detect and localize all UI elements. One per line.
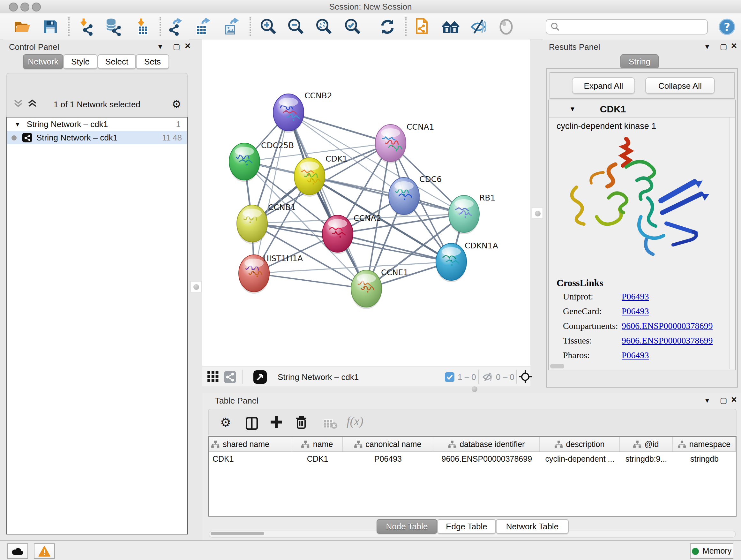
zoom-selected-icon[interactable] [343,18,361,36]
export-network-icon[interactable] [167,18,185,36]
column-header-namespace[interactable]: namespace [673,437,736,451]
network-node-CDC25B[interactable]: CDC25B [229,141,294,182]
refresh-icon[interactable] [379,18,396,36]
control-panel-float-icon[interactable]: ▢ [173,42,180,51]
zoom-fit-icon[interactable] [315,18,333,36]
column-header-description[interactable]: description [540,437,619,451]
control-panel-close-icon[interactable]: ✕ [185,42,191,51]
memory-button[interactable]: Memory [690,543,733,559]
export-table-icon[interactable] [194,18,212,36]
network-node-CCNA2[interactable]: CCNA2 [322,213,381,254]
footer-separator [242,370,243,384]
network-node-RB1[interactable]: RB1 [449,193,495,234]
crosslink-tissues[interactable]: 9606.ENSP00000378699 [622,336,713,351]
column-header-database-identifier[interactable]: database identifier [433,437,540,451]
tab-select[interactable]: Select [98,54,136,69]
table-settings-gear-icon[interactable]: ⚙ [220,415,231,430]
network-canvas[interactable]: CCNB2CCNA1CDC25BCDK1CDC6RB1CCNB1CCNA2HIS… [202,40,530,367]
delete-row-trash-icon[interactable] [295,415,307,430]
node-table[interactable]: shared namenamecanonical namedatabase id… [208,436,737,516]
gene-expander-icon[interactable]: ▼ [569,105,576,112]
hide-selected-icon[interactable] [470,18,488,36]
results-panel-float-icon[interactable]: ▢ [720,42,727,51]
fit-content-crosshair-icon[interactable] [519,370,532,383]
network-collection-row[interactable]: ▼ String Network – cdk1 1 [7,118,187,131]
table-panel-close-icon[interactable]: ✕ [731,395,737,404]
collapse-all-button[interactable]: Collapse All [645,77,715,94]
cloud-status-button[interactable] [7,543,28,559]
warnings-button[interactable] [34,543,55,559]
results-vertical-scrollbar[interactable] [730,118,735,369]
table-panel-float-icon[interactable]: ▢ [720,396,727,405]
zoom-in-icon[interactable] [259,18,277,36]
node-label-CDC6: CDC6 [419,175,442,184]
right-splitter-handle[interactable] [532,207,543,219]
expand-all-button[interactable]: Expand All [572,77,635,94]
hidden-eye-icon[interactable] [482,370,494,383]
crosslink-pharos[interactable]: P06493 [622,351,649,365]
birdseye-view-icon[interactable] [207,370,219,383]
table-panel-menu-icon[interactable]: ▾ [705,396,709,405]
show-all-icon[interactable] [497,18,515,36]
tab-string[interactable]: String [620,54,659,69]
crosslink-compartments[interactable]: 9606.ENSP00000378699 [622,321,713,336]
network-node-CDC6[interactable]: CDC6 [389,175,442,216]
table-row[interactable]: CDK1CDK1P064939606.ENSP00000378699cyclin… [209,452,736,465]
column-header-name[interactable]: name [292,437,343,451]
column-header-shared-name[interactable]: shared name [209,437,292,451]
control-panel-menu-icon[interactable]: ▾ [158,42,162,51]
tab-network[interactable]: Network [23,54,63,69]
export-image-icon[interactable] [222,18,240,36]
network-node-CCNB1[interactable]: CCNB1 [237,203,296,244]
cell-canonical-name[interactable]: P06493 [343,452,433,465]
show-columns-icon[interactable] [246,416,258,431]
column-header-canonical-name[interactable]: canonical name [343,437,433,451]
scrollbar-thumb[interactable] [211,532,264,535]
tab-sets[interactable]: Sets [136,54,169,69]
cell-namespace[interactable]: stringdb [673,452,736,465]
string-network-graph[interactable]: CCNB2CCNA1CDC25BCDK1CDC6RB1CCNB1CCNA2HIS… [202,40,530,367]
network-options-gear-icon[interactable]: ⚙ [172,98,182,111]
save-session-icon[interactable] [42,18,59,36]
network-row[interactable]: String Network – cdk1 11 48 [7,131,187,144]
import-network-icon[interactable] [77,18,95,36]
cell-name[interactable]: CDK1 [292,452,343,465]
collection-expander-icon[interactable]: ▼ [15,121,20,127]
gene-section-header[interactable]: ▼ CDK1 [549,100,735,118]
tab-network-table[interactable]: Network Table [496,519,569,534]
tab-node-table[interactable]: Node Table [377,519,437,534]
results-horizontal-scrollbar[interactable] [550,364,564,368]
crosslink-uniprot[interactable]: P06493 [622,292,649,307]
network-share-icon[interactable] [224,370,236,383]
results-panel-close-icon[interactable]: ✕ [731,42,737,51]
help-icon[interactable]: ? [718,18,736,36]
cell-database-identifier[interactable]: 9606.ENSP00000378699 [433,452,540,465]
zoom-out-icon[interactable] [286,18,305,36]
tab-edge-table[interactable]: Edge Table [437,519,496,534]
cell-shared-name[interactable]: CDK1 [209,452,292,465]
open-session-icon[interactable] [13,18,31,36]
search-field[interactable] [546,19,708,35]
cell-description[interactable]: cyclin-dependent ... [540,452,619,465]
left-splitter-handle[interactable] [190,281,202,293]
network-node-HIST1H1A[interactable]: HIST1H1A [239,254,303,294]
search-input[interactable] [562,22,707,32]
add-column-icon[interactable] [270,415,283,430]
selected-checkbox-icon[interactable] [445,370,455,383]
network-from-file-icon[interactable] [413,18,431,36]
column-header--id[interactable]: @id [619,437,673,451]
network-node-CCNE1[interactable]: CCNE1 [351,268,408,309]
delete-table-icon[interactable] [324,416,338,432]
cell--id[interactable]: stringdb:9... [619,452,673,465]
network-node-CCNB2[interactable]: CCNB2 [273,91,332,133]
tab-style[interactable]: Style [63,54,98,69]
crosslink-genecard[interactable]: P06493 [622,307,649,321]
home-icon[interactable] [442,18,460,36]
import-database-icon[interactable] [104,18,122,36]
annotation-mode-icon[interactable] [253,370,267,383]
function-builder-icon[interactable]: f(x) [347,414,363,429]
network-node-CDK1[interactable]: CDK1 [294,154,347,197]
network-node-CDKN1A[interactable]: CDKN1A [436,241,498,282]
import-table-icon[interactable] [133,18,151,36]
results-panel-menu-icon[interactable]: ▾ [705,42,709,51]
